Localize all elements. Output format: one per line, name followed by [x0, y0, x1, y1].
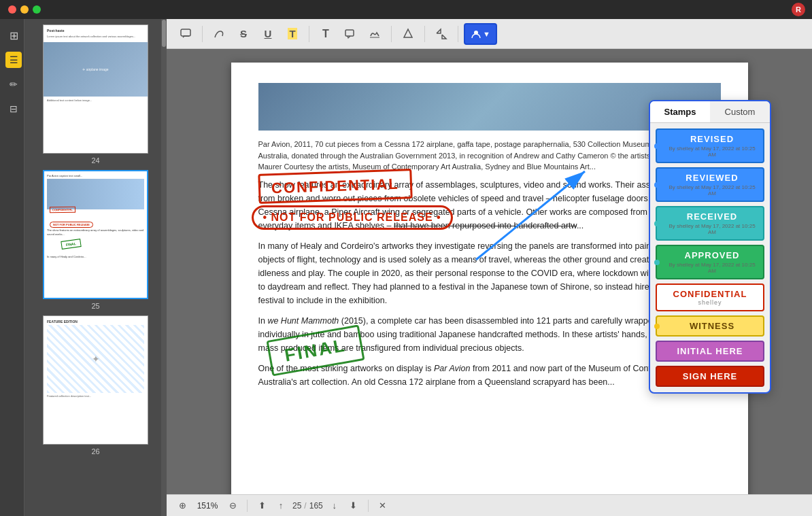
stamp-dot-witness	[654, 324, 660, 329]
toolbar-sep-1	[202, 26, 203, 42]
bottom-sep-2	[368, 500, 369, 512]
stamp-item-reviewed[interactable]: REVIEWED By shelley at May 17, 2022 at 1…	[656, 167, 764, 202]
thumbnail-num-24: 24	[30, 156, 161, 165]
zoom-value: 151%	[194, 501, 221, 511]
toolbar-sep-3	[391, 26, 392, 42]
underline-button[interactable]: U	[257, 23, 279, 45]
text-button[interactable]: T	[315, 23, 337, 45]
stamp-item-confidential[interactable]: CONFIDENTIAL shelley	[656, 283, 764, 311]
stamps-list: REVISED By shelley at May 17, 2022 at 10…	[650, 123, 770, 392]
sidebar-icon-panels[interactable]: ⊞	[5, 27, 22, 44]
sidebar: ⊞ ☰ ✏ ⊟ Post-haste Lorem ipsum text abou…	[0, 19, 167, 516]
maximize-button[interactable]	[33, 5, 41, 14]
close-button[interactable]	[8, 5, 16, 14]
page-last-button[interactable]: ⬇	[346, 498, 361, 513]
stamp-dot-reviewed	[654, 182, 660, 188]
minimize-button[interactable]	[20, 5, 29, 14]
callout-button[interactable]	[339, 23, 361, 45]
close-bottom-button[interactable]: ✕	[375, 498, 390, 513]
thumbnail-list: Post-haste Lorem ipsum text about the ar…	[24, 19, 167, 516]
draw-button[interactable]	[208, 23, 230, 45]
page-first-button[interactable]: ⬆	[254, 498, 269, 513]
stamp-item-witness[interactable]: WITNESS	[656, 315, 764, 337]
page-next-button[interactable]: ↓	[327, 498, 342, 513]
stamp-item-received[interactable]: RECEIVED By shelley at May 17, 2022 at 1…	[656, 206, 764, 241]
stamp-confidential: CONFIDENTIAL	[258, 169, 412, 204]
sidebar-content: ⊞ ☰ ✏ ⊟ Post-haste Lorem ipsum text abou…	[0, 19, 167, 516]
stamp-sub-revised: By shelley at May 17, 2022 at 10:25 AM	[668, 145, 756, 158]
text-highlight-button[interactable]: T	[282, 23, 303, 45]
sidebar-scrollbar[interactable]	[161, 19, 167, 516]
thumbnail-box-25: Par Avion caption text small... CONFIDEN…	[43, 170, 148, 299]
stamp-notforpublic: • NOT FOR PUBLIC RELEASE •	[252, 205, 453, 230]
stamp-dot-received	[654, 221, 660, 226]
toolbar-sep-2	[309, 26, 309, 42]
main-content: S U T T	[167, 19, 812, 516]
zoom-in-button[interactable]: ⊕	[175, 498, 190, 513]
svg-rect-1	[345, 30, 354, 36]
thumbnail-box-26: FEATURE EDITION ✦ Featured collection de…	[43, 315, 148, 445]
stamp-dot-revised	[654, 143, 660, 149]
stamps-tab-custom[interactable]: Custom	[710, 101, 770, 122]
stamp-sub-received: By shelley at May 17, 2022 at 10:25 AM	[668, 223, 756, 235]
page-total: 165	[309, 501, 323, 511]
stamp-item-approved[interactable]: APPROVED By shelley at May 17, 2022 at 1…	[656, 245, 764, 279]
sidebar-icon-search[interactable]: ⊟	[5, 101, 22, 117]
stamp-item-sign[interactable]: SIGN HERE	[656, 366, 764, 387]
toolbar-sep-4	[424, 26, 425, 42]
stamp-sub-approved: By shelley at May 17, 2022 at 10:25 AM	[668, 262, 756, 274]
stamps-tabs: Stamps Custom	[650, 101, 770, 123]
zoom-out-button[interactable]: ⊖	[225, 498, 240, 513]
svg-rect-0	[181, 29, 190, 36]
sidebar-icon-thumbnails[interactable]: ☰	[5, 52, 22, 68]
thumbnail-num-26: 26	[30, 447, 161, 455]
avatar: R	[792, 3, 805, 16]
sidebar-icons: ⊞ ☰ ✏ ⊟	[0, 19, 24, 516]
bottom-toolbar: ⊕ 151% ⊖ ⬆ ↑ 25 / 165 ↓ ⬇ ✕	[167, 494, 812, 516]
page-current: 25	[292, 501, 301, 511]
zoom-display: 151%	[194, 501, 221, 511]
thumbnail-item-25[interactable]: Par Avion caption text small... CONFIDEN…	[30, 170, 161, 310]
stamps-button[interactable]: ▼	[464, 23, 497, 45]
traffic-lights	[8, 5, 41, 14]
stamps-popup: Stamps Custom REVISED By shelley at May …	[649, 100, 771, 394]
sidebar-icon-bookmarks[interactable]: ✏	[5, 76, 22, 92]
thumbnail-num-25: 25	[30, 302, 161, 310]
shape-button[interactable]	[397, 23, 419, 45]
toolbar: S U T T	[167, 19, 812, 49]
stamp-item-revised[interactable]: REVISED By shelley at May 17, 2022 at 10…	[656, 128, 764, 163]
stamp-dot-approved	[654, 260, 660, 265]
comment-button[interactable]	[175, 23, 197, 45]
strikethrough-button[interactable]: S	[233, 23, 254, 45]
stamps-tab-stamps[interactable]: Stamps	[650, 101, 710, 122]
bottom-sep-1	[247, 500, 248, 512]
thumbnail-box-24: Post-haste Lorem ipsum text about the ar…	[43, 24, 148, 154]
thumbnail-item-24[interactable]: Post-haste Lorem ipsum text about the ar…	[30, 24, 161, 165]
zoom-button[interactable]	[430, 23, 452, 45]
stamp-item-initial[interactable]: INITIAL HERE	[656, 341, 764, 362]
stamp-sub-reviewed: By shelley at May 17, 2022 at 10:25 AM	[668, 184, 756, 196]
app-body: ⊞ ☰ ✏ ⊟ Post-haste Lorem ipsum text abou…	[0, 19, 812, 516]
page-display: 25 / 165	[292, 501, 323, 511]
stamp-user-confidential: shelley	[664, 299, 756, 306]
page-prev-button[interactable]: ↑	[273, 498, 288, 513]
toolbar-sep-5	[458, 26, 458, 42]
signature-button[interactable]	[364, 23, 386, 45]
titlebar: R	[0, 0, 812, 19]
doc-viewer[interactable]: Par Avion, 2011, 70 cut pieces from a Ce…	[167, 49, 812, 494]
thumbnail-item-26[interactable]: FEATURE EDITION ✦ Featured collection de…	[30, 315, 161, 455]
page-sep: /	[304, 501, 306, 511]
